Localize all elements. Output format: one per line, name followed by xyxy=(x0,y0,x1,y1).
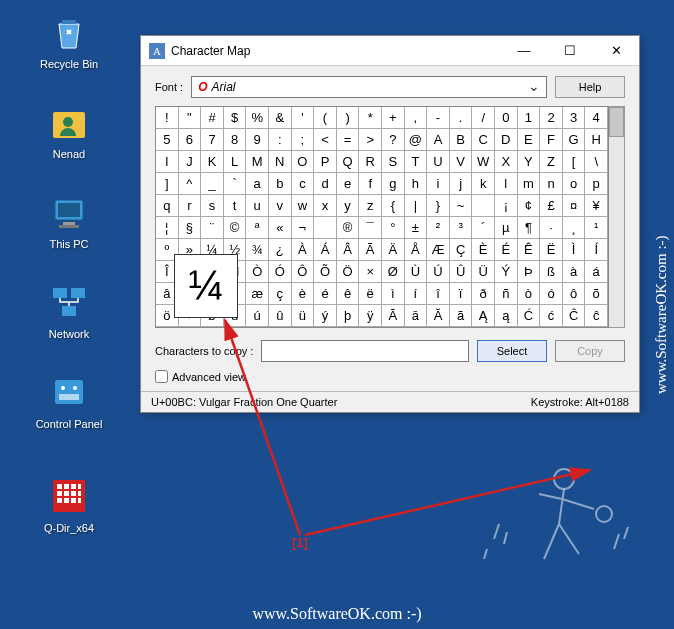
char-cell[interactable]: à xyxy=(563,261,586,283)
char-cell[interactable]: Ò xyxy=(246,261,269,283)
char-cell[interactable]: < xyxy=(314,129,337,151)
char-cell[interactable]: { xyxy=(382,195,405,217)
char-cell[interactable]: ° xyxy=(382,217,405,239)
char-cell[interactable]: d xyxy=(314,173,337,195)
advanced-view-checkbox[interactable] xyxy=(155,370,168,383)
char-cell[interactable]: Â xyxy=(337,239,360,261)
char-cell[interactable]: c xyxy=(292,173,315,195)
char-cell[interactable]: § xyxy=(179,217,202,239)
char-cell[interactable]: ? xyxy=(382,129,405,151)
char-cell[interactable]: R xyxy=(359,151,382,173)
char-cell[interactable]: 8 xyxy=(224,129,247,151)
char-cell[interactable]: ` xyxy=(224,173,247,195)
char-cell[interactable]: þ xyxy=(337,305,360,327)
char-cell[interactable]: M xyxy=(246,151,269,173)
char-cell[interactable]: % xyxy=(246,107,269,129)
char-cell[interactable]: y xyxy=(337,195,360,217)
char-cell[interactable]: ¨ xyxy=(201,217,224,239)
char-cell[interactable]: Z xyxy=(540,151,563,173)
char-cell[interactable]: + xyxy=(382,107,405,129)
char-cell[interactable]: a xyxy=(246,173,269,195)
char-cell[interactable]: ß xyxy=(540,261,563,283)
char-cell[interactable]: | xyxy=(405,195,428,217)
char-cell[interactable]: 9 xyxy=(246,129,269,151)
char-cell[interactable]: ¿ xyxy=(269,239,292,261)
minimize-button[interactable]: — xyxy=(501,36,547,66)
char-cell[interactable]: g xyxy=(382,173,405,195)
titlebar[interactable]: A Character Map — ☐ ✕ xyxy=(141,36,639,66)
char-cell[interactable]: ð xyxy=(472,283,495,305)
desktop-icon-nenad[interactable]: Nenad xyxy=(30,100,108,160)
char-cell[interactable]: ! xyxy=(156,107,179,129)
char-cell[interactable]: · xyxy=(540,217,563,239)
char-cell[interactable]: ( xyxy=(314,107,337,129)
char-cell[interactable]: Ø xyxy=(382,261,405,283)
char-cell[interactable]: ý xyxy=(314,305,337,327)
char-cell[interactable]: Y xyxy=(518,151,541,173)
char-cell[interactable]: ² xyxy=(427,217,450,239)
char-cell[interactable]: ¥ xyxy=(585,195,608,217)
char-cell[interactable]: ó xyxy=(540,283,563,305)
char-cell[interactable]: 4 xyxy=(585,107,608,129)
char-cell[interactable]: = xyxy=(337,129,360,151)
char-cell[interactable]: ā xyxy=(405,305,428,327)
char-cell[interactable]: ñ xyxy=(495,283,518,305)
char-cell[interactable]: " xyxy=(179,107,202,129)
char-cell[interactable]: ¦ xyxy=(156,217,179,239)
char-cell[interactable]: £ xyxy=(540,195,563,217)
char-cell[interactable]: î xyxy=(427,283,450,305)
char-cell[interactable]: I xyxy=(156,151,179,173)
char-cell[interactable]: ô xyxy=(563,283,586,305)
char-cell[interactable]: Ú xyxy=(427,261,450,283)
char-cell[interactable]: ' xyxy=(292,107,315,129)
char-cell[interactable]: Ã xyxy=(359,239,382,261)
char-cell[interactable]: ³ xyxy=(450,217,473,239)
char-cell[interactable]: 3 xyxy=(563,107,586,129)
char-cell[interactable]: E xyxy=(518,129,541,151)
char-cell[interactable]: # xyxy=(201,107,224,129)
maximize-button[interactable]: ☐ xyxy=(547,36,593,66)
char-cell[interactable]: V xyxy=(450,151,473,173)
char-cell[interactable]: ÿ xyxy=(359,305,382,327)
char-cell[interactable] xyxy=(472,195,495,217)
char-cell[interactable]: f xyxy=(359,173,382,195)
char-cell[interactable]: $ xyxy=(224,107,247,129)
char-cell[interactable]: q xyxy=(156,195,179,217)
char-cell[interactable]: H xyxy=(585,129,608,151)
char-cell[interactable]: ì xyxy=(382,283,405,305)
char-cell[interactable]: L xyxy=(224,151,247,173)
char-cell[interactable]: 5 xyxy=(156,129,179,151)
char-cell[interactable]: b xyxy=(269,173,292,195)
char-cell[interactable]: Ä xyxy=(382,239,405,261)
close-button[interactable]: ✕ xyxy=(593,36,639,66)
char-cell[interactable]: ) xyxy=(337,107,360,129)
char-cell[interactable]: @ xyxy=(405,129,428,151)
char-cell[interactable]: Á xyxy=(314,239,337,261)
char-cell[interactable]: S xyxy=(382,151,405,173)
char-cell[interactable]: Æ xyxy=(427,239,450,261)
char-cell[interactable]: e xyxy=(337,173,360,195)
char-cell[interactable]: ¤ xyxy=(563,195,586,217)
char-cell[interactable]: ~ xyxy=(450,195,473,217)
char-cell[interactable]: Ù xyxy=(405,261,428,283)
char-cell[interactable]: o xyxy=(563,173,586,195)
char-cell[interactable]: s xyxy=(201,195,224,217)
char-cell[interactable]: ] xyxy=(156,173,179,195)
char-cell[interactable]: ¢ xyxy=(518,195,541,217)
char-cell[interactable]: / xyxy=(472,107,495,129)
char-cell[interactable]: ă xyxy=(450,305,473,327)
scrollbar-thumb[interactable] xyxy=(609,107,624,137)
char-cell[interactable]: ® xyxy=(337,217,360,239)
char-cell[interactable]: 7 xyxy=(201,129,224,151)
char-cell[interactable]: Û xyxy=(450,261,473,283)
char-cell[interactable]: æ xyxy=(246,283,269,305)
char-cell[interactable]: µ xyxy=(495,217,518,239)
char-cell[interactable]: - xyxy=(427,107,450,129)
char-cell[interactable]: ë xyxy=(359,283,382,305)
char-cell[interactable]: 0 xyxy=(495,107,518,129)
char-cell[interactable]: n xyxy=(540,173,563,195)
char-cell[interactable]: G xyxy=(563,129,586,151)
desktop-icon-this-pc[interactable]: This PC xyxy=(30,190,108,250)
char-cell[interactable]: \ xyxy=(585,151,608,173)
desktop-icon-qdir[interactable]: Q-Dir_x64 xyxy=(30,474,108,534)
